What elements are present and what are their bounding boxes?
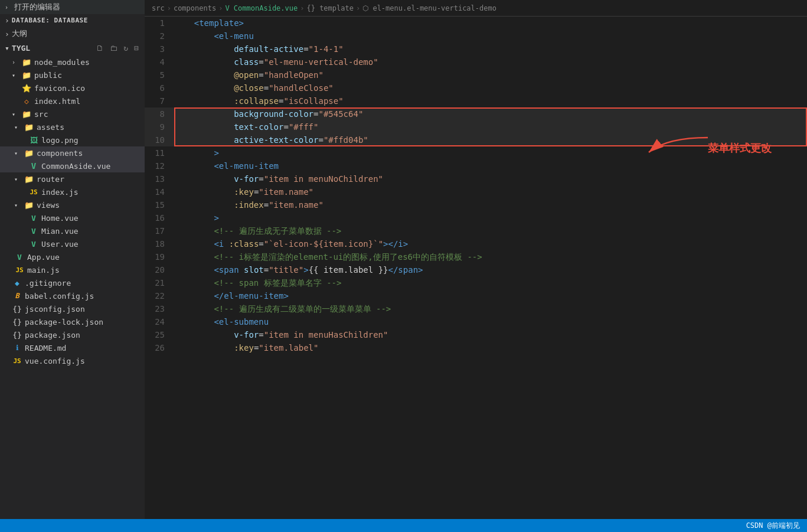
- sidebar-item-node-modules[interactable]: 📁 node_modules: [0, 56, 145, 68]
- folder-icon-components: 📁: [24, 149, 34, 158]
- code-line-16[interactable]: 16 >: [145, 211, 807, 224]
- line-code-19: <!-- i标签是渲染的element-ui的图标,使用了es6中的自符模板 -…: [174, 250, 807, 263]
- js-icon-main: JS: [14, 266, 25, 274]
- app-vue-label: App.vue: [27, 253, 60, 262]
- line-num-20: 20: [145, 263, 174, 276]
- sidebar-item-jsconfig[interactable]: {} jsconfig.json: [0, 302, 145, 315]
- sidebar-item-views[interactable]: 📁 views: [0, 198, 145, 211]
- open-editors-header[interactable]: 打开的编辑器: [0, 0, 145, 14]
- folder-icon-src: 📁: [21, 110, 32, 119]
- src-label: src: [34, 110, 48, 119]
- code-line-22[interactable]: 22 </el-menu-item>: [145, 289, 807, 302]
- sidebar-item-src[interactable]: 📁 src: [0, 107, 145, 120]
- outline-header[interactable]: › 大纲: [0, 27, 145, 41]
- chevron-router: [14, 176, 24, 182]
- sidebar-item-app-vue[interactable]: V App.vue: [0, 250, 145, 263]
- sidebar-item-assets[interactable]: 📁 assets: [0, 120, 145, 133]
- sidebar-item-mian-vue[interactable]: V Mian.vue: [0, 224, 145, 237]
- code-line-8[interactable]: 8 background-color="#545c64": [145, 107, 807, 120]
- components-label: components: [37, 149, 83, 158]
- code-line-5[interactable]: 5 @open="handleOpen": [145, 68, 807, 81]
- mian-vue-label: Mian.vue: [41, 227, 79, 236]
- line-code-25: v-for="item in menuHasChildren": [174, 328, 807, 341]
- code-line-13[interactable]: 13 v-for="item in menuNoChildren": [145, 172, 807, 185]
- sidebar-item-babel[interactable]: B babel.config.js: [0, 289, 145, 302]
- sidebar-item-index-html[interactable]: ◇ index.html: [0, 94, 145, 107]
- line-num-18: 18: [145, 237, 174, 250]
- line-code-7: :collapse="isCollapse": [174, 94, 807, 107]
- breadcrumb: src › components › V CommonAside.vue › {…: [145, 0, 807, 17]
- line-num-24: 24: [145, 315, 174, 328]
- sidebar-item-favicon[interactable]: ⭐ favicon.ico: [0, 81, 145, 94]
- code-line-21[interactable]: 21 <!-- span 标签是菜单名字 -->: [145, 276, 807, 289]
- refresh-icon[interactable]: ↻: [122, 43, 129, 54]
- sidebar-item-common-aside[interactable]: V CommonAside.vue: [0, 159, 145, 172]
- node-modules-label: node_modules: [34, 58, 90, 67]
- line-code-20: <span slot="title">{{ item.label }}</spa…: [174, 263, 807, 276]
- line-num-1: 1: [145, 17, 174, 30]
- line-code-4: class="el-menu-vertical-demo": [174, 56, 807, 68]
- code-line-17[interactable]: 17 <!-- 遍历生成无子菜单数据 -->: [145, 224, 807, 237]
- code-line-18[interactable]: 18 <i :class="`el-icon-${item.icon}`"></…: [145, 237, 807, 250]
- code-line-15[interactable]: 15 :index="item.name": [145, 198, 807, 211]
- sidebar-item-router-index[interactable]: JS index.js: [0, 185, 145, 198]
- line-num-26: 26: [145, 341, 174, 354]
- vue-icon-mian: V: [28, 227, 39, 236]
- sidebar-item-logo[interactable]: 🖼 logo.png: [0, 133, 145, 146]
- sidebar-item-public[interactable]: 📁 public: [0, 68, 145, 81]
- code-line-19[interactable]: 19 <!-- i标签是渲染的element-ui的图标,使用了es6中的自符模…: [145, 250, 807, 263]
- chevron-components: [14, 150, 24, 156]
- sidebar-item-router[interactable]: 📁 router: [0, 172, 145, 185]
- line-code-22: </el-menu-item>: [174, 289, 807, 302]
- sidebar-item-main-js[interactable]: JS main.js: [0, 263, 145, 276]
- line-num-12: 12: [145, 159, 174, 172]
- folder-icon-assets: 📁: [24, 123, 34, 132]
- database-header[interactable]: › DATABASE: DATABASE: [0, 14, 145, 27]
- chevron-node-modules: [12, 59, 21, 66]
- sidebar-item-gitignore[interactable]: ◆ .gitignore: [0, 276, 145, 289]
- favicon-icon: ⭐: [21, 84, 32, 93]
- new-folder-icon[interactable]: 🗀: [109, 43, 119, 54]
- new-file-icon[interactable]: 🗋: [95, 43, 105, 54]
- sidebar-item-package-lock[interactable]: {} package-lock.json: [0, 315, 145, 328]
- vue-config-label: vue.config.js: [25, 357, 85, 365]
- code-line-4[interactable]: 4 class="el-menu-vertical-demo": [145, 56, 807, 68]
- line-num-25: 25: [145, 328, 174, 341]
- tygl-header[interactable]: ▾ TYGL 🗋 🗀 ↻ ⊟: [0, 41, 145, 56]
- code-content[interactable]: 菜单样式更改 1 <template> 2 <el-menu 3 d: [145, 17, 807, 519]
- line-code-2: <el-menu: [174, 30, 807, 43]
- outline-label: 大纲: [12, 28, 27, 39]
- sidebar-item-package-json[interactable]: {} package.json: [0, 328, 145, 341]
- line-code-17: <!-- 遍历生成无子菜单数据 -->: [174, 224, 807, 237]
- folder-icon-public: 📁: [21, 71, 32, 80]
- line-num-6: 6: [145, 81, 174, 94]
- code-line-2[interactable]: 2 <el-menu: [145, 30, 807, 43]
- breadcrumb-components: components: [174, 4, 216, 12]
- router-label: router: [37, 175, 64, 184]
- code-line-26[interactable]: 26 :key="item.label": [145, 341, 807, 354]
- collapse-all-icon[interactable]: ⊟: [133, 43, 140, 54]
- sidebar-item-vue-config[interactable]: JS vue.config.js: [0, 354, 145, 367]
- line-num-9: 9: [145, 120, 174, 133]
- sidebar-item-home-vue[interactable]: V Home.vue: [0, 211, 145, 224]
- chevron-views: [14, 202, 24, 208]
- line-code-21: <!-- span 标签是菜单名字 -->: [174, 276, 807, 289]
- code-line-7[interactable]: 7 :collapse="isCollapse": [145, 94, 807, 107]
- code-line-3[interactable]: 3 default-active="1-4-1": [145, 43, 807, 56]
- package-json-label: package.json: [25, 331, 80, 340]
- code-line-20[interactable]: 20 <span slot="title">{{ item.label }}</…: [145, 263, 807, 276]
- code-line-1[interactable]: 1 <template>: [145, 17, 807, 30]
- chevron-src: [12, 111, 21, 118]
- arrow-svg: [631, 132, 714, 164]
- code-line-25[interactable]: 25 v-for="item in menuHasChildren": [145, 328, 807, 341]
- code-line-6[interactable]: 6 @close="handleClose": [145, 81, 807, 94]
- sidebar-item-user-vue[interactable]: V User.vue: [0, 237, 145, 250]
- code-line-23[interactable]: 23 <!-- 遍历生成有二级菜单的一级菜单菜单 -->: [145, 302, 807, 315]
- code-line-14[interactable]: 14 :key="item.name": [145, 185, 807, 198]
- babel-icon: B: [12, 292, 22, 300]
- sidebar-item-components[interactable]: 📁 components: [0, 146, 145, 159]
- sidebar-item-readme[interactable]: ℹ README.md: [0, 341, 145, 354]
- code-line-24[interactable]: 24 <el-submenu: [145, 315, 807, 328]
- line-num-14: 14: [145, 185, 174, 198]
- breadcrumb-sep1: ›: [167, 4, 171, 12]
